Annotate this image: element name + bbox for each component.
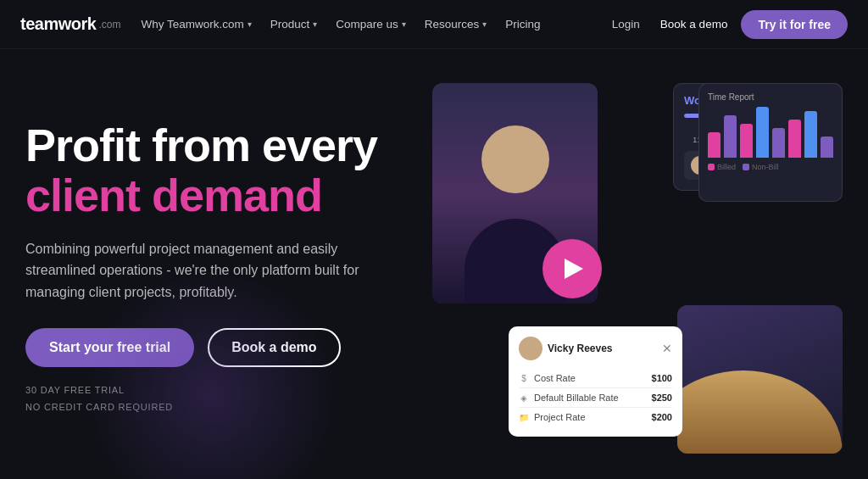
cost-rate-icon: $: [519, 373, 529, 383]
hero-footnote: 30 DAY FREE TRIAL NO CREDIT CARD REQUIRE…: [25, 382, 415, 416]
nav-resources[interactable]: Resources ▾: [418, 14, 494, 34]
rate-row-project: 📁 Project Rate $200: [519, 408, 672, 426]
chart-bar-8: [821, 136, 833, 158]
chart-bar-3: [740, 124, 753, 158]
hero-visuals: Workload Mon11th Apr Tue12th Apr Wed13th…: [432, 75, 843, 462]
time-report-card: Time Report Billed Non-Bill: [698, 83, 843, 202]
time-report-title: Time Report: [708, 92, 833, 102]
legend-item-1: Billed: [708, 163, 736, 171]
book-demo-button[interactable]: Book a demo: [208, 328, 340, 367]
project-rate-value: $200: [652, 412, 672, 422]
billable-rate-icon: ◈: [519, 393, 529, 403]
rate-card: Vicky Reeves ✕ $ Cost Rate $100 ◈ Defaul…: [509, 326, 682, 437]
billable-rate-label: Default Billable Rate: [534, 393, 619, 403]
rate-row-billable: ◈ Default Billable Rate $250: [519, 388, 672, 408]
chart-bar-6: [788, 120, 801, 158]
chevron-down-icon: ▾: [248, 19, 252, 29]
hero-title-line2: client demand: [25, 170, 415, 220]
logo-text: teamwork: [20, 14, 96, 34]
close-icon[interactable]: ✕: [662, 342, 672, 355]
project-rate-icon: 📁: [519, 412, 529, 422]
chevron-down-icon: ▾: [402, 19, 406, 29]
hero-content: Profit from every client demand Combinin…: [25, 120, 432, 416]
hero-title-line1: Profit from every: [25, 120, 415, 170]
cost-rate-value: $100: [652, 373, 672, 383]
hero-secondary-photo: [677, 305, 843, 454]
rate-row-cost: $ Cost Rate $100: [519, 369, 672, 388]
chart-bar-4: [756, 107, 769, 158]
chart-bar-5: [772, 128, 785, 158]
nav-pricing[interactable]: Pricing: [498, 14, 547, 34]
project-rate-label: Project Rate: [534, 412, 586, 422]
nav-product[interactable]: Product ▾: [264, 14, 325, 34]
nav-compare[interactable]: Compare us ▾: [329, 14, 413, 34]
legend-item-2: Non-Bill: [743, 163, 779, 171]
chart-legend: Billed Non-Bill: [708, 163, 833, 171]
hero-buttons: Start your free trial Book a demo: [25, 328, 415, 367]
start-trial-button[interactable]: Start your free trial: [25, 328, 194, 367]
nav-login[interactable]: Login: [605, 14, 647, 34]
mini-bar-chart: [708, 107, 833, 158]
logo[interactable]: teamwork .com: [20, 14, 120, 34]
billable-rate-value: $250: [652, 393, 672, 403]
play-button[interactable]: [542, 239, 602, 298]
nav-why-teamwork[interactable]: Why Teamwork.com ▾: [134, 14, 258, 34]
hero-description: Combining powerful project management an…: [25, 238, 381, 304]
navbar: teamwork .com Why Teamwork.com ▾ Product…: [0, 0, 868, 49]
chart-bar-1: [708, 132, 721, 158]
person-secondary: [677, 350, 843, 454]
nav-try-button[interactable]: Try it for free: [741, 10, 848, 39]
laptop-visual: [677, 305, 843, 454]
nav-book-demo[interactable]: Book a demo: [652, 14, 737, 34]
hero-section: Profit from every client demand Combinin…: [0, 49, 868, 479]
chevron-down-icon: ▾: [482, 19, 487, 29]
rate-card-name: Vicky Reeves: [548, 343, 613, 354]
chevron-down-icon: ▾: [313, 19, 317, 29]
logo-suffix: .com: [98, 19, 120, 31]
cost-rate-label: Cost Rate: [534, 373, 576, 383]
rate-card-header: Vicky Reeves ✕: [519, 337, 672, 360]
chart-bar-7: [804, 111, 817, 158]
rate-card-avatar: [519, 337, 542, 360]
play-icon: [565, 259, 583, 279]
rate-card-user: Vicky Reeves: [519, 337, 613, 360]
chart-bar-2: [724, 115, 737, 158]
